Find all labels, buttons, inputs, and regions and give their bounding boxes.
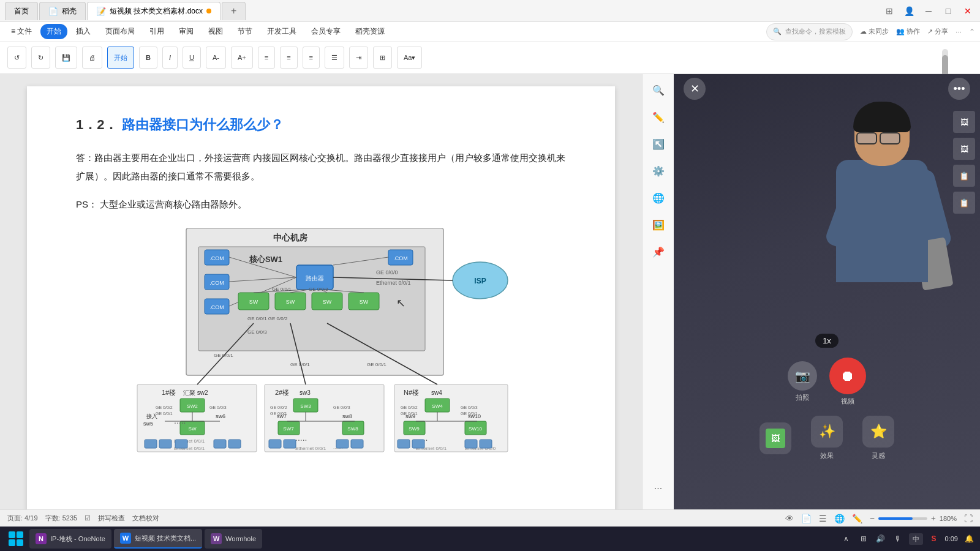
sync-button[interactable]: ☁ 未同步 (860, 27, 889, 36)
ime-icon[interactable]: S (928, 533, 940, 545)
sidebar-cursor-icon[interactable]: ↖️ (647, 133, 669, 155)
tray-volume[interactable]: 🔊 (875, 533, 887, 545)
zoom-in-btn[interactable]: + (931, 514, 936, 523)
save-button[interactable]: 💾 (55, 47, 77, 69)
inspire-button[interactable]: ⭐ (862, 416, 894, 448)
start-tab-btn[interactable]: 开始 (107, 47, 134, 69)
align-left[interactable]: ≡ (258, 47, 275, 69)
print-button[interactable]: 🖨 (82, 47, 102, 69)
sidebar-settings-icon[interactable]: ⚙️ (647, 160, 669, 182)
tab-daoke[interactable]: 📄 稻壳 (39, 2, 86, 20)
svg-text:GE 0/0/1: GE 0/0/1 (367, 362, 386, 367)
video-more-button[interactable]: ••• (948, 78, 970, 100)
video-tool-1[interactable]: 🖼 (953, 111, 975, 133)
style-btn[interactable]: Aa▾ (397, 47, 422, 69)
minimize-button[interactable]: ─ (921, 4, 936, 18)
align-right[interactable]: ≡ (303, 47, 320, 69)
indent[interactable]: ⇥ (349, 47, 368, 69)
user-button[interactable]: 👤 (902, 4, 916, 18)
print-layout-btn[interactable]: 📄 (801, 514, 812, 523)
gallery-button[interactable]: 🖼 (760, 422, 791, 454)
web-layout-btn[interactable]: 🌐 (834, 514, 845, 523)
maximize-button[interactable]: □ (941, 4, 956, 18)
clock[interactable]: 0:09 (945, 535, 958, 542)
photo-button[interactable]: 📷 (788, 361, 817, 391)
grid-button[interactable]: ⊞ (882, 4, 897, 18)
sidebar-pin-icon[interactable]: 📌 (647, 241, 669, 263)
svg-text:.COM: .COM (209, 255, 224, 261)
fullscreen-btn[interactable]: ⛶ (964, 514, 973, 523)
menu-home[interactable]: 开始 (40, 24, 67, 39)
search-box[interactable]: 🔍 查找命令，搜索模板 (766, 23, 853, 40)
menu-view[interactable]: 视图 (202, 24, 229, 39)
menu-vip[interactable]: 会员专享 (305, 24, 347, 39)
svg-text:sw5: sw5 (143, 421, 153, 427)
svg-text:SW: SW (249, 299, 258, 305)
notification-icon[interactable]: 🔔 (963, 533, 975, 545)
tab-home[interactable]: 首页 (5, 2, 38, 20)
font-size-down[interactable]: A- (206, 47, 226, 69)
zoom-out-btn[interactable]: − (870, 514, 875, 523)
font-size-up[interactable]: A+ (231, 47, 253, 69)
taskbar-app-wormhole[interactable]: W Wormhole (205, 529, 262, 549)
taskbar-app-onenote[interactable]: N IP-堆栈 - OneNote (29, 529, 111, 549)
video-close-button[interactable]: ✕ (684, 78, 706, 100)
taskbar-app-word[interactable]: W 短视频 技术类文档... (114, 529, 202, 549)
share-button[interactable]: ↗ 分享 (927, 27, 948, 36)
menu-references[interactable]: 引用 (143, 24, 170, 39)
compare-label: 文档校对 (132, 514, 159, 523)
outline-btn[interactable]: ☰ (819, 514, 827, 523)
tab-doc[interactable]: 📝 短视频 技术类文档素材.docx (87, 2, 221, 20)
menu-section[interactable]: 节节 (232, 24, 258, 39)
sidebar-pen-icon[interactable]: ✏️ (647, 106, 669, 128)
table-btn[interactable]: ⊞ (373, 47, 392, 69)
menu-dev[interactable]: 开发工具 (261, 24, 303, 39)
start-button[interactable] (5, 529, 27, 549)
tray-network[interactable]: ⊞ (858, 533, 870, 545)
menu-layout[interactable]: 页面布局 (99, 24, 141, 39)
tray-expand[interactable]: ∧ (840, 533, 853, 545)
font-italic[interactable]: I (162, 47, 178, 69)
photo-ctrl[interactable]: 📷 拍照 (788, 361, 817, 402)
window-controls: ⊞ 👤 ─ □ ✕ (882, 4, 975, 18)
font-underline[interactable]: U (183, 47, 201, 69)
main-area: 1．2． 路由器接口为什么那么少？ 答：路由器主要用在企业出口，外接运营商 内接… (0, 74, 980, 509)
annotation-btn[interactable]: ✏️ (852, 514, 862, 523)
bullet-list[interactable]: ☰ (325, 47, 344, 69)
sidebar-search-icon[interactable]: 🔍 (647, 79, 669, 101)
menu-resources[interactable]: 稻壳资源 (349, 24, 391, 39)
undo-button[interactable]: ↺ (7, 47, 26, 69)
document-scroll[interactable]: 1．2． 路由器接口为什么那么少？ 答：路由器主要用在企业出口，外接运营商 内接… (0, 74, 642, 509)
zoom-slider[interactable] (878, 517, 927, 520)
zoom-control[interactable]: − + 180% (870, 514, 957, 523)
menu-file[interactable]: ≡ 文件 (5, 24, 38, 39)
sidebar-more-icon[interactable]: ··· (647, 478, 669, 500)
align-center[interactable]: ≡ (280, 47, 297, 69)
effect-button[interactable]: ✨ (811, 416, 843, 448)
menu-review[interactable]: 审阅 (173, 24, 200, 39)
record-button[interactable]: ⏺ (829, 358, 866, 394)
font-bold[interactable]: B (139, 47, 157, 69)
add-tab-button[interactable]: + (222, 2, 246, 20)
menu-insert[interactable]: 插入 (70, 24, 97, 39)
menu-bar: ≡ 文件 开始 插入 页面布局 引用 审阅 视图 节节 开发工具 会员专享 稻壳… (0, 22, 980, 42)
tray-mic[interactable]: 🎙 (892, 533, 904, 545)
close-button[interactable]: ✕ (960, 4, 975, 18)
collab-button[interactable]: 👥 协作 (896, 27, 920, 36)
sidebar-image-icon[interactable]: 🖼️ (647, 214, 669, 236)
video-tool-3[interactable]: 📋 (953, 165, 975, 187)
video-tool-2[interactable]: 🖼 (953, 138, 975, 160)
record-ctrl[interactable]: ⏺ 视频 (829, 358, 866, 406)
video-tool-4[interactable]: 📋 (953, 192, 975, 214)
lang-button[interactable]: 中 (909, 533, 923, 545)
read-mode-btn[interactable]: 👁 (785, 514, 794, 523)
svg-text:核心SW1: 核心SW1 (249, 255, 282, 264)
sidebar-globe-icon[interactable]: 🌐 (647, 187, 669, 209)
svg-text:Ethernet 0/0/1: Ethernet 0/0/1 (295, 446, 326, 451)
onenote-label: IP-堆栈 - OneNote (50, 534, 105, 544)
svg-rect-110 (228, 440, 241, 448)
more-button[interactable]: ··· (956, 28, 962, 36)
wormhole-label: Wormhole (225, 535, 256, 542)
collapse-button[interactable]: ⌃ (969, 28, 975, 36)
redo-button[interactable]: ↻ (31, 47, 50, 69)
